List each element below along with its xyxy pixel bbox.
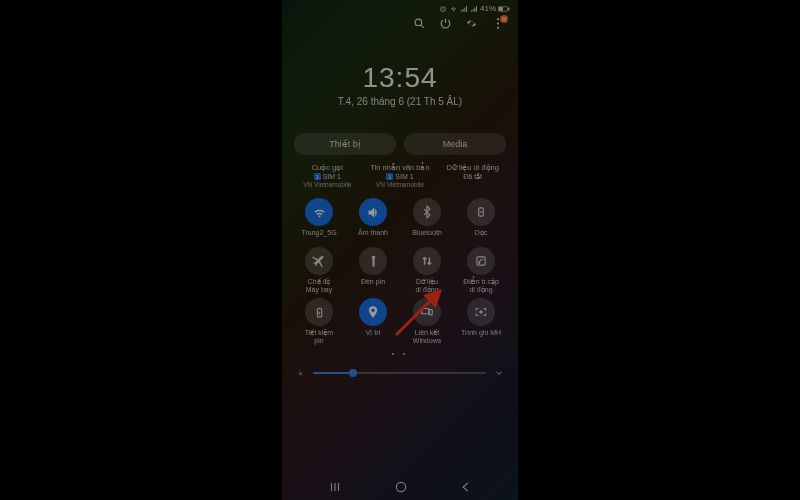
sim-chip-icon: 1	[314, 173, 321, 180]
bluetooth-icon	[413, 198, 441, 226]
airplane-icon	[305, 247, 333, 275]
svg-point-16	[396, 482, 405, 491]
svg-point-10	[479, 262, 480, 263]
more-icon[interactable]	[491, 17, 504, 30]
wifi-icon	[449, 5, 458, 13]
tile-hotspot[interactable]: Điểm tr.cậpdi động	[456, 247, 506, 294]
sim-sms[interactable]: Tin nhắn văn bản 1SIM 1 VN Vietnamobile	[367, 163, 434, 188]
clock-time: 13:54	[282, 62, 518, 94]
brightness-thumb[interactable]	[349, 369, 357, 377]
battery-icon	[498, 5, 510, 13]
sound-icon	[359, 198, 387, 226]
svg-rect-3	[499, 7, 502, 10]
nav-home[interactable]	[394, 480, 408, 494]
battery-text: 41%	[480, 4, 496, 13]
flashlight-icon	[359, 247, 387, 275]
tab-media[interactable]: Media	[404, 133, 506, 155]
svg-rect-9	[477, 257, 485, 265]
rotate-lock-icon	[467, 198, 495, 226]
tile-location[interactable]: Vị trí	[348, 298, 398, 345]
chevron-down-icon[interactable]	[494, 368, 504, 378]
tab-devices[interactable]: Thiết bị	[294, 133, 396, 155]
clock-date: T.4, 26 tháng 6 (21 Th 5 ÂL)	[282, 96, 518, 107]
gear-icon[interactable]	[465, 17, 478, 30]
svg-point-4	[415, 19, 422, 26]
signal-icon	[460, 5, 468, 13]
tile-mobiledata[interactable]: Dữ liệudi động	[402, 247, 452, 294]
sun-icon	[296, 369, 305, 378]
svg-rect-13	[429, 310, 432, 315]
signal2-icon	[470, 5, 478, 13]
svg-point-6	[496, 22, 498, 24]
sim-data[interactable]: Dữ liệu di động Đã tắt	[439, 163, 506, 188]
status-bar: 41%	[282, 0, 518, 15]
data-icon	[413, 247, 441, 275]
location-icon	[359, 298, 387, 326]
panel-actions	[282, 15, 518, 36]
search-icon[interactable]	[413, 17, 426, 30]
tile-rotate[interactable]: Dọc	[456, 198, 506, 243]
clock-block: 13:54 T.4, 26 tháng 6 (21 Th 5 ÂL)	[282, 62, 518, 107]
tile-linkwindows[interactable]: Liên kếtWindows	[402, 298, 452, 345]
sim-carrier: VN Vietnamobile	[367, 181, 434, 188]
sim-carrier: VN Vietnamobile	[294, 181, 361, 188]
record-icon	[467, 298, 495, 326]
svg-point-5	[496, 18, 498, 20]
output-tabs: Thiết bị Media	[282, 133, 518, 155]
hotspot-icon	[467, 247, 495, 275]
tile-powersave[interactable]: Tiết kiệmpin	[294, 298, 344, 345]
nav-recent[interactable]	[327, 480, 343, 494]
svg-rect-2	[508, 8, 509, 10]
wifi-icon	[305, 198, 333, 226]
sim-title: Dữ liệu di động	[439, 163, 506, 172]
sim-calls[interactable]: Cuộc gọi 1SIM 1 VN Vietnamobile	[294, 163, 361, 188]
tile-sound[interactable]: Âm thanh	[348, 198, 398, 243]
sim-row: Cuộc gọi 1SIM 1 VN Vietnamobile Tin nhắn…	[282, 163, 518, 188]
phone-screen: 41% 13:54 T.4, 26 tháng 6 (21 Th 5 ÂL) T…	[282, 0, 518, 500]
tile-bluetooth[interactable]: Bluetooth	[402, 198, 452, 243]
sim-title: Cuộc gọi	[294, 163, 361, 172]
sim-title: Tin nhắn văn bản	[367, 163, 434, 172]
nav-back[interactable]	[459, 480, 473, 494]
quick-tiles: Trung2_5G Âm thanh Bluetooth Dọc Chế độM…	[282, 192, 518, 351]
svg-point-14	[480, 311, 482, 313]
svg-point-7	[496, 27, 498, 29]
battery-icon	[305, 298, 333, 326]
svg-point-15	[299, 372, 302, 375]
tile-airplane[interactable]: Chế độMáy bay	[294, 247, 344, 294]
svg-rect-12	[422, 309, 429, 314]
brightness-track[interactable]	[313, 372, 486, 374]
tile-screenrecord[interactable]: Trình ghi MH	[456, 298, 506, 345]
alarm-icon	[439, 5, 447, 13]
page-dots: • •	[282, 349, 518, 358]
tile-wifi[interactable]: Trung2_5G	[294, 198, 344, 243]
brightness-slider[interactable]	[282, 368, 518, 378]
tile-flashlight[interactable]: Đèn pin	[348, 247, 398, 294]
sim-chip-icon: 1	[386, 173, 393, 180]
link-icon	[413, 298, 441, 326]
nav-bar	[282, 474, 518, 500]
power-icon[interactable]	[439, 17, 452, 30]
